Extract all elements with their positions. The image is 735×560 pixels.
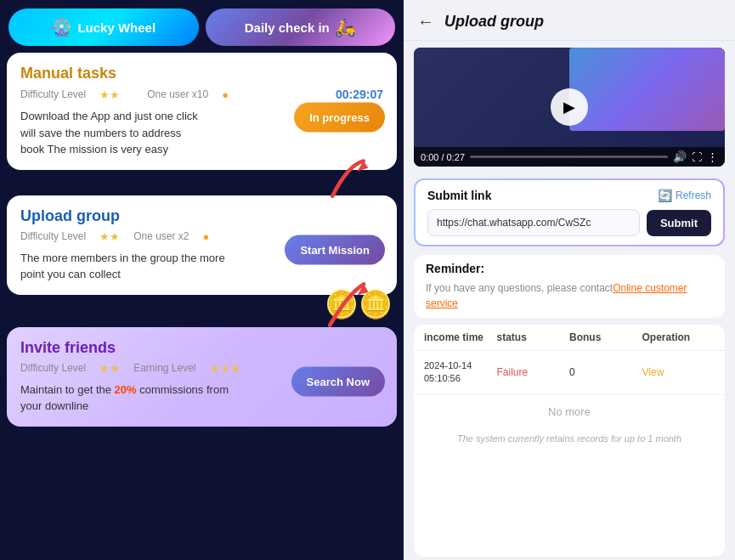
user-count-manual: One user x10: [147, 88, 208, 100]
manual-task-title: Manual tasks: [20, 65, 383, 82]
svg-marker-0: [358, 161, 369, 171]
right-header: ← Upload group: [404, 0, 735, 41]
arrow-upload: [320, 278, 376, 333]
user-count-upload: One user x2: [133, 230, 189, 242]
start-mission-button[interactable]: Start Mission: [285, 235, 385, 264]
upload-task-title: Upload group: [20, 207, 383, 225]
right-panel-title: Upload group: [444, 13, 544, 31]
system-note: The system currently retains records for…: [414, 428, 725, 452]
reminder-section: Reminder: If you have any questions, ple…: [414, 255, 725, 318]
video-progress-bar[interactable]: [470, 156, 668, 158]
td-view-link[interactable]: View: [642, 366, 715, 378]
submit-header: Submit link 🔄 Refresh: [427, 189, 711, 202]
manual-task-meta: Difficulty Level ★★ One user x10 ● 00:29…: [20, 88, 383, 101]
submit-button[interactable]: Submit: [647, 210, 711, 236]
coin-icon-manual: ●: [222, 88, 229, 101]
back-button[interactable]: ←: [417, 12, 434, 31]
invite-task-title: Invite friends: [20, 339, 383, 357]
th-bonus: Bonus: [569, 331, 642, 343]
tasks-container: Manual tasks Difficulty Level ★★ One use…: [0, 53, 404, 560]
table-header: income time status Bonus Operation: [414, 325, 725, 351]
invite-percent: 20%: [115, 383, 137, 396]
td-status: Failure: [497, 366, 570, 378]
th-income-time: income time: [424, 331, 497, 343]
table-section: income time status Bonus Operation 2024-…: [414, 325, 725, 557]
video-time: 0:00 / 0:27: [421, 152, 465, 162]
volume-icon[interactable]: 🔊: [673, 150, 687, 163]
lucky-wheel-button[interactable]: 🎡 Lucky Wheel: [8, 8, 199, 46]
task-card-manual: Manual tasks Difficulty Level ★★ One use…: [7, 53, 397, 170]
refresh-button[interactable]: 🔄 Refresh: [658, 189, 711, 202]
lucky-wheel-icon: 🎡: [51, 17, 72, 37]
link-input[interactable]: [427, 209, 640, 236]
earning-stars-invite: ★★★: [210, 362, 240, 375]
td-income-time: 2024-10-1405:10:56: [424, 359, 497, 386]
top-nav: 🎡 Lucky Wheel Daily check in 🛵: [0, 0, 404, 53]
video-controls: 0:00 / 0:27 🔊 ⛶ ⋮: [414, 147, 725, 167]
submit-label: Submit link: [427, 189, 491, 202]
manual-task-desc: Download the App and just one click will…: [20, 108, 207, 158]
search-now-button[interactable]: Search Now: [291, 366, 385, 396]
svg-marker-1: [358, 284, 369, 295]
invite-desc-prefix: Maintain to get the: [20, 383, 115, 396]
no-more-label: No more: [414, 395, 725, 428]
more-options-icon[interactable]: ⋮: [707, 150, 718, 163]
timer-manual: 00:29:07: [336, 88, 383, 101]
video-current-time: 0:00: [421, 152, 438, 162]
lucky-wheel-label: Lucky Wheel: [77, 20, 155, 35]
thumbnail-image: [569, 48, 725, 131]
left-panel: 🎡 Lucky Wheel Daily check in 🛵 Manual ta…: [0, 0, 404, 560]
difficulty-label-upload: Difficulty Level: [20, 230, 86, 242]
earning-label-invite: Earning Level: [133, 362, 195, 374]
task-card-invite: Invite friends Difficulty Level ★★ Earni…: [7, 327, 397, 427]
th-operation: Operation: [642, 331, 715, 343]
table-row: 2024-10-1405:10:56 Failure 0 View: [414, 351, 725, 395]
submit-row: Submit: [427, 209, 711, 236]
invite-task-desc: Maintain to get the 20% commissions from…: [20, 382, 241, 415]
difficulty-stars-upload: ★★: [99, 230, 120, 243]
task-card-upload: Upload group Difficulty Level ★★ One use…: [7, 195, 397, 295]
submit-section: Submit link 🔄 Refresh Submit: [414, 178, 725, 246]
right-panel: ← Upload group ▶ 0:00 / 0:27 🔊 ⛶ ⋮ Submi…: [404, 0, 735, 560]
reminder-text: If you have any questions, please contac…: [426, 280, 713, 311]
td-bonus: 0: [569, 366, 642, 378]
difficulty-label-manual: Difficulty Level: [20, 88, 86, 100]
difficulty-stars-invite: ★★: [99, 362, 120, 375]
th-status: status: [497, 331, 570, 343]
refresh-label: Refresh: [676, 189, 711, 201]
coins-decoration-upload: 🪙🪙: [325, 288, 393, 320]
upload-task-desc: The more members in the group the more p…: [20, 250, 241, 283]
difficulty-stars-manual: ★★: [99, 88, 120, 101]
reminder-prefix: If you have any questions, please contac…: [426, 282, 613, 294]
daily-checkin-icon: 🛵: [335, 17, 356, 37]
daily-checkin-label: Daily check in: [245, 20, 330, 35]
play-button[interactable]: ▶: [551, 88, 588, 126]
coin-icon-upload: ●: [203, 230, 210, 243]
video-container: ▶ 0:00 / 0:27 🔊 ⛶ ⋮: [414, 48, 725, 167]
refresh-icon: 🔄: [658, 189, 672, 202]
in-progress-button[interactable]: In progress: [294, 102, 385, 132]
daily-checkin-button[interactable]: Daily check in 🛵: [206, 8, 396, 46]
reminder-title: Reminder:: [426, 262, 713, 275]
fullscreen-icon[interactable]: ⛶: [692, 151, 702, 163]
video-total-time: 0:27: [447, 152, 465, 162]
difficulty-label-invite: Difficulty Level: [20, 362, 86, 374]
